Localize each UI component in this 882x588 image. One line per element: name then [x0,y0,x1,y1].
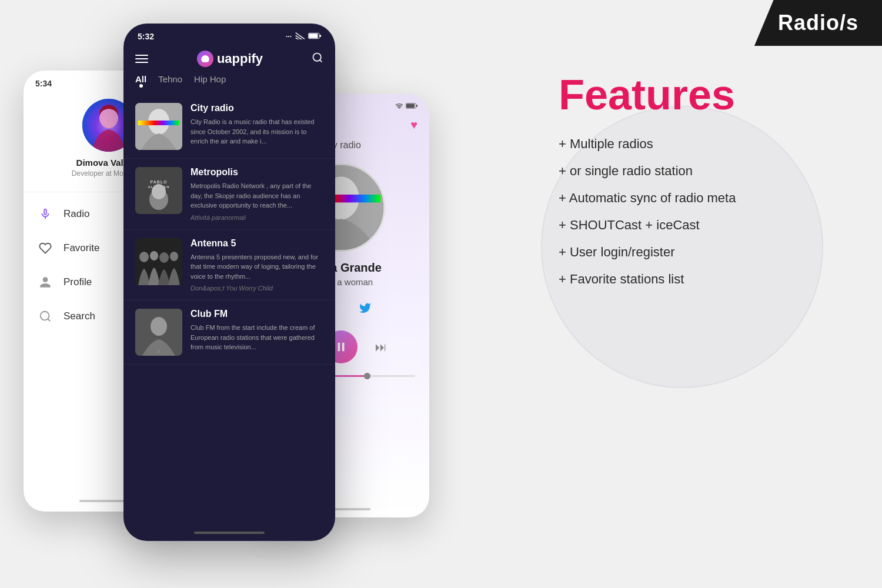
svg-rect-6 [319,34,321,36]
svg-point-23 [151,317,167,336]
radio-item-antenna[interactable]: Antenna 5 Antenna 5 presenters proposed … [123,230,335,301]
feature-item-6: + Favorite stations list [559,266,864,293]
svg-point-16 [152,184,166,199]
genre-tab-all[interactable]: All [135,74,146,88]
features-list: + Multiple radios + or single radio stat… [559,131,864,293]
nav-label-radio: Radio [64,208,89,220]
search-nav-icon [38,309,53,324]
clubfm-desc: Club FM from the start include the cream… [191,323,323,352]
app-logo-center: uappify [197,51,263,67]
genre-tabs: All Tehno Hip Hop [123,74,335,95]
antenna5-subtitle: Don&apos;t You Worry Child [191,285,323,292]
features-title: Features [559,71,864,119]
home-indicator-center [194,532,265,534]
svg-text:PABLO: PABLO [151,180,168,184]
radio-list: City radio City Radio is a music radio t… [123,95,335,365]
feature-item-3: + Automatic sync of radio meta [559,185,864,212]
forward-button[interactable]: ⏭ [375,340,387,354]
battery-icon [308,32,321,41]
antenna5-title: Antenna 5 [191,238,323,249]
svg-point-18 [139,252,149,262]
feature-item-1: + Multiple radios [559,131,864,158]
brand-badge: Radio/s [754,0,882,46]
city-radio-art [135,103,182,150]
clubfm-thumbnail: ♪ [135,309,182,356]
twitter-icon[interactable] [359,301,372,316]
genre-tab-hiphop[interactable]: Hip Hop [194,74,226,88]
phones-area: 5:34 [24,24,529,564]
svg-line-8 [320,59,322,62]
brand-name: Radio/s [778,11,858,35]
svg-point-7 [313,53,320,61]
svg-rect-27 [406,104,415,108]
phone-center-status-bar: 5:32 ··· [123,24,335,46]
metropolis-desc: Metropolis Radio Network , any part of t… [191,181,323,211]
features-section: Features + Multiple radios + or single r… [559,71,864,293]
app-name-center: uappify [217,51,263,66]
city-radio-info: City radio City Radio is a music radio t… [191,103,323,150]
heart-nav-icon [38,240,53,256]
antenna5-desc: Antenna 5 presenters proposed new, and f… [191,252,323,282]
wifi-icon [295,32,305,41]
feature-item-4: + SHOUTCast + iceCast [559,212,864,239]
city-radio-desc: City Radio is a music radio that has exi… [191,117,323,146]
svg-rect-11 [138,121,179,125]
status-right-icons [395,103,417,109]
radio-item-clubfm[interactable]: ♪ Club FM Club FM from the start include… [123,300,335,365]
hamburger-line-2 [135,58,148,59]
clubfm-title: Club FM [191,309,323,319]
antenna5-art [135,238,182,285]
radio-item-metropolis[interactable]: PABLO ALBORAN Metropolis Metropolis Radi… [123,159,335,230]
nav-label-profile: Profile [64,276,92,288]
nav-label-search: Search [64,310,95,322]
hamburger-menu[interactable] [135,55,148,63]
antenna5-thumbnail [135,238,182,285]
battery-icon-right [406,103,417,109]
progress-handle[interactable] [364,373,370,379]
city-radio-title: City radio [191,103,323,113]
wifi-icon-right [395,103,403,109]
logo-icon-center [197,51,213,67]
svg-point-19 [150,251,158,260]
metropolis-title: Metropolis [191,167,323,178]
svg-point-20 [159,252,169,263]
status-time-center: 5:32 [138,32,154,41]
svg-rect-34 [342,343,345,352]
clubfm-info: Club FM Club FM from the start include t… [191,309,323,356]
metropolis-art: PABLO ALBORAN [135,167,182,214]
metropolis-info: Metropolis Metropolis Radio Network , an… [191,167,323,221]
svg-rect-28 [416,105,417,107]
svg-text:♪: ♪ [158,348,161,354]
metropolis-thumbnail: PABLO ALBORAN [135,167,182,214]
antenna5-info: Antenna 5 Antenna 5 presenters proposed … [191,238,323,292]
city-radio-thumbnail [135,103,182,150]
search-button-center[interactable] [312,52,323,66]
genre-tab-tehno[interactable]: Tehno [158,74,182,88]
metropolis-subtitle: Attività paranormali [191,214,323,221]
hamburger-line-3 [135,62,148,63]
clubfm-art: ♪ [135,309,182,356]
feature-item-2: + or single radio station [559,158,864,185]
svg-rect-5 [309,34,318,38]
status-icons-center: ··· [286,32,321,41]
favorite-button-right[interactable]: ♥ [410,118,417,132]
status-time-left: 5:34 [35,79,52,88]
svg-point-25 [399,108,400,109]
svg-point-2 [41,312,49,320]
mic-icon [38,206,53,222]
hamburger-line-1 [135,55,148,56]
radio-item-city[interactable]: City radio City Radio is a music radio t… [123,95,335,159]
svg-rect-33 [338,343,340,352]
svg-point-21 [170,252,178,261]
phone-center: 5:32 ··· [123,24,335,541]
svg-line-3 [48,319,50,321]
nav-label-favorite: Favorite [64,242,99,254]
phone-center-header: uappify [123,46,335,74]
feature-item-5: + User login/register [559,239,864,266]
person-icon [38,275,53,290]
dots-icon: ··· [286,32,292,41]
